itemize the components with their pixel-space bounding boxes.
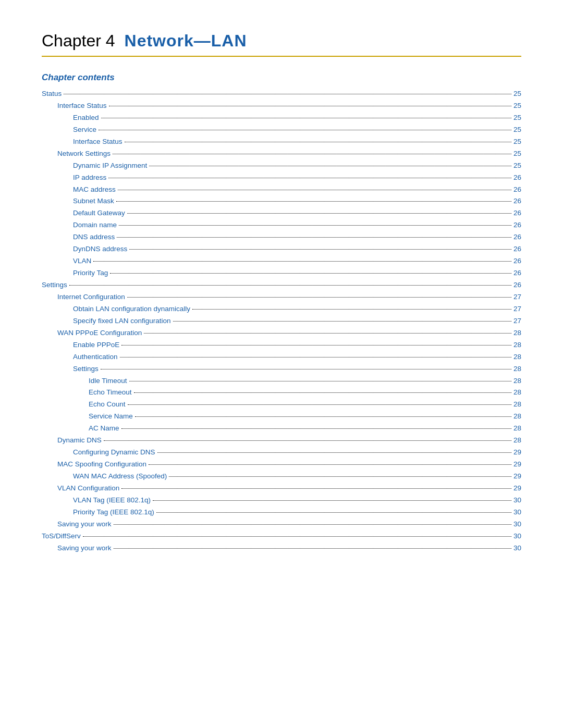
toc-entry-text: Interface Status — [57, 100, 107, 112]
toc-entry-page: 29 — [513, 459, 521, 471]
toc-entry[interactable]: IP address 26 — [42, 172, 521, 184]
toc-dots — [121, 428, 511, 429]
toc-entry-page: 26 — [513, 243, 521, 255]
toc-entry-text: Subnet Mask — [73, 195, 114, 207]
toc-entry-text: VLAN Tag (IEEE 802.1q) — [73, 495, 151, 507]
toc-entry-text: Priority Tag (IEEE 802.1q) — [73, 507, 154, 519]
toc-entry[interactable]: Settings26 — [42, 279, 521, 291]
toc-entry-page: 28 — [513, 399, 521, 411]
toc-dots — [113, 154, 511, 154]
toc-entry-page: 28 — [513, 339, 521, 351]
toc-entry-text: WAN MAC Address (Spoofed) — [73, 471, 167, 483]
toc-entry[interactable]: Default Gateway 26 — [42, 207, 521, 219]
toc-entry[interactable]: Domain name 26 — [42, 219, 521, 231]
toc-entry[interactable]: Enable PPPoE 28 — [42, 339, 521, 351]
toc-entry-text: Network Settings — [57, 148, 111, 160]
toc-entry-text: Specify fixed LAN configuration — [73, 315, 171, 327]
toc-dots — [114, 548, 511, 549]
toc-entry[interactable]: Status25 — [42, 88, 521, 100]
toc-entry[interactable]: AC Name 28 — [42, 423, 521, 435]
toc-entry-page: 29 — [513, 447, 521, 459]
toc-entry-page: 27 — [513, 315, 521, 327]
toc-dots — [135, 416, 511, 417]
toc-entry[interactable]: Saving your work 30 — [42, 519, 521, 530]
toc-entry[interactable]: Echo Count 28 — [42, 399, 521, 411]
toc-entry-text: Interface Status — [73, 136, 123, 148]
toc-entry[interactable]: Saving your work 30 — [42, 542, 521, 554]
toc-entry[interactable]: Service 25 — [42, 124, 521, 136]
toc-entry[interactable]: VLAN Configuration 29 — [42, 483, 521, 495]
page-wrapper: Chapter 4 Network—LAN Chapter contents S… — [42, 31, 521, 728]
toc-entry-text: Priority Tag — [73, 267, 108, 279]
toc-entry[interactable]: Service Name 28 — [42, 411, 521, 423]
toc-entry-page: 25 — [513, 112, 521, 124]
toc-entry[interactable]: Priority Tag (IEEE 802.1q) 30 — [42, 507, 521, 519]
toc-dots — [101, 118, 511, 118]
toc-entry[interactable]: Interface Status 25 — [42, 136, 521, 148]
toc-dots — [99, 130, 511, 130]
toc-entry[interactable]: Idle Timeout 28 — [42, 375, 521, 387]
toc-entry-page: 28 — [513, 375, 521, 387]
toc-entry-text: WAN PPPoE Configuration — [57, 327, 142, 339]
toc-entry-text: Default Gateway — [73, 207, 125, 219]
toc-dots — [128, 404, 511, 405]
toc-entry-page: 26 — [513, 279, 521, 291]
toc-entry[interactable]: Authentication 28 — [42, 351, 521, 363]
toc-entry[interactable]: Priority Tag 26 — [42, 267, 521, 279]
toc-entry-page: 26 — [513, 207, 521, 219]
toc-dots — [157, 452, 511, 453]
toc-entry-page: 28 — [513, 411, 521, 423]
toc-entry[interactable]: Dynamic DNS 28 — [42, 435, 521, 447]
toc-entry-text: Echo Timeout — [89, 387, 132, 399]
toc-entry-text: ToS/DiffServ — [42, 530, 81, 542]
chapter-divider — [42, 56, 521, 57]
toc-dots — [169, 476, 511, 477]
toc-entry[interactable]: Specify fixed LAN configuration 27 — [42, 315, 521, 327]
toc-entry[interactable]: Obtain LAN configuration dynamically 27 — [42, 303, 521, 315]
toc-entry[interactable]: MAC address 26 — [42, 184, 521, 196]
toc-entry[interactable]: Echo Timeout 28 — [42, 387, 521, 399]
toc-dots — [109, 106, 511, 106]
toc-dots — [110, 273, 511, 274]
toc-entry-page: 27 — [513, 291, 521, 303]
toc-entry-text: Settings — [42, 279, 67, 291]
toc-entry[interactable]: MAC Spoofing Configuration 29 — [42, 459, 521, 471]
toc-entry-page: 28 — [513, 363, 521, 375]
toc-dots — [149, 464, 511, 465]
toc-entry[interactable]: Settings 28 — [42, 363, 521, 375]
toc-entry[interactable]: WAN MAC Address (Spoofed) 29 — [42, 471, 521, 483]
chapter-header: Chapter 4 Network—LAN — [42, 31, 521, 51]
toc-entry-text: Settings — [73, 363, 99, 375]
toc-entry[interactable]: Dynamic IP Assignment 25 — [42, 160, 521, 172]
toc-entry-page: 27 — [513, 303, 521, 315]
toc-entry[interactable]: Internet Configuration 27 — [42, 291, 521, 303]
toc-dots — [129, 381, 511, 381]
toc-entry[interactable]: DNS address 26 — [42, 231, 521, 243]
toc-dots — [64, 94, 511, 94]
toc-entry[interactable]: VLAN 26 — [42, 255, 521, 267]
chapter-title: Network—LAN — [125, 31, 247, 51]
toc-dots — [108, 178, 511, 178]
toc-entry[interactable]: Network Settings 25 — [42, 148, 521, 160]
toc-dots — [117, 237, 511, 238]
toc-entry[interactable]: DynDNS address 26 — [42, 243, 521, 255]
toc-entry-text: VLAN — [73, 255, 91, 267]
toc-entry-page: 25 — [513, 148, 521, 160]
toc-entry-page: 30 — [513, 495, 521, 507]
toc-entry[interactable]: Configuring Dynamic DNS 29 — [42, 447, 521, 459]
toc-entry[interactable]: Enabled 25 — [42, 112, 521, 124]
toc-entry[interactable]: Interface Status 25 — [42, 100, 521, 112]
toc-entry-text: Saving your work — [57, 519, 112, 530]
toc-entry-text: VLAN Configuration — [57, 483, 119, 495]
toc-entry-text: MAC address — [73, 184, 116, 196]
toc-entry[interactable]: Subnet Mask 26 — [42, 195, 521, 207]
toc-entry[interactable]: WAN PPPoE Configuration 28 — [42, 327, 521, 339]
toc-dots — [120, 357, 511, 357]
toc-dots — [156, 512, 511, 513]
toc-entry[interactable]: ToS/DiffServ30 — [42, 530, 521, 542]
toc-entry-text: Configuring Dynamic DNS — [73, 447, 155, 459]
toc-entry[interactable]: VLAN Tag (IEEE 802.1q) 30 — [42, 495, 521, 507]
toc-entry-page: 28 — [513, 435, 521, 447]
toc-dots — [83, 536, 511, 537]
toc-dots — [134, 392, 511, 393]
